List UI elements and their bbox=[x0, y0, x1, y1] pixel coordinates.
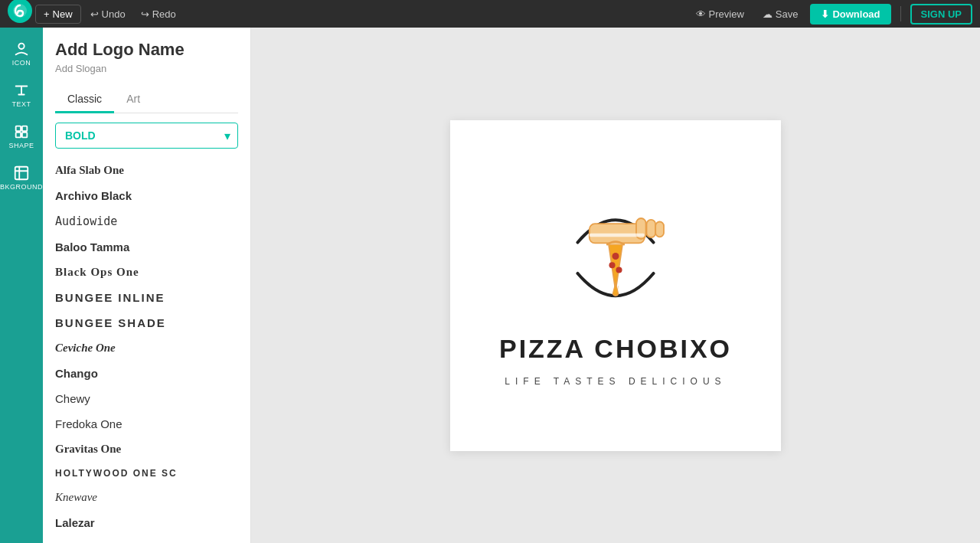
plus-icon: + bbox=[44, 8, 50, 20]
canvas-card[interactable]: PIZZA CHOBIXO LIFE TASTES DELICIOUS bbox=[450, 120, 781, 451]
redo-label: Redo bbox=[152, 8, 176, 20]
font-item-black-ops-one[interactable]: Black Ops One bbox=[55, 260, 238, 285]
font-style-dropdown-wrapper: BOLD THIN ITALIC ▾ bbox=[55, 123, 238, 149]
font-item-archivo-black[interactable]: Archivo Black bbox=[55, 183, 238, 208]
canvas-area: PIZZA CHOBIXO LIFE TASTES DELICIOUS bbox=[251, 28, 980, 543]
signup-button[interactable]: SIGN UP bbox=[910, 4, 972, 25]
sidebar-item-icon[interactable]: ICON bbox=[3, 34, 40, 74]
font-item-knewave[interactable]: Knewave bbox=[55, 485, 238, 510]
download-label: Download bbox=[832, 8, 880, 20]
tabs: Classic Art bbox=[55, 87, 238, 113]
font-item-baloo-tamma[interactable]: Baloo Tamma bbox=[55, 234, 238, 260]
font-style-dropdown[interactable]: BOLD THIN ITALIC bbox=[55, 123, 238, 149]
save-label: Save bbox=[776, 8, 799, 20]
font-item-fredoka-one[interactable]: Fredoka One bbox=[55, 411, 238, 437]
eye-icon: 👁 bbox=[696, 8, 706, 20]
font-item-gravitas-one[interactable]: Gravitas One bbox=[55, 437, 238, 462]
svg-point-1 bbox=[18, 44, 24, 49]
font-item-alfa-slab-one[interactable]: Alfa Slab One bbox=[55, 158, 238, 183]
font-item-bungee-inline[interactable]: BUNGEE INLINE bbox=[55, 285, 238, 310]
panel-header: Add Logo Name Add Slogan bbox=[43, 28, 250, 80]
panel-subtitle: Add Slogan bbox=[55, 63, 238, 74]
font-item-chango[interactable]: Chango bbox=[55, 361, 238, 386]
font-item-bungee-shade[interactable]: BUNGEE SHADE bbox=[55, 310, 238, 335]
font-item-lalezar[interactable]: Lalezar bbox=[55, 510, 238, 535]
svg-rect-9 bbox=[646, 220, 655, 237]
font-item-chewy[interactable]: Chewy bbox=[55, 386, 238, 411]
redo-button[interactable]: ↪ Redo bbox=[135, 5, 182, 23]
dropdown-container: BOLD THIN ITALIC ▾ bbox=[43, 113, 250, 158]
sidebar-item-shape[interactable]: SHAPE bbox=[3, 116, 40, 156]
toolbar-divider bbox=[900, 6, 901, 21]
tab-art[interactable]: Art bbox=[114, 87, 152, 113]
sidebar-icon-label: ICON bbox=[12, 59, 31, 67]
font-list: Alfa Slab OneArchivo BlackAudiowideBaloo… bbox=[43, 158, 250, 543]
font-item-holtywood-one-sc[interactable]: HOLTYWOOD ONE SC bbox=[55, 462, 238, 485]
svg-rect-6 bbox=[15, 167, 28, 180]
preview-button[interactable]: 👁 Preview bbox=[690, 5, 750, 23]
undo-button[interactable]: ↩ Undo bbox=[84, 5, 132, 23]
sidebar-text-label: TEXT bbox=[11, 100, 31, 108]
sidebar-background-label: BKGROUND bbox=[0, 183, 43, 191]
undo-icon: ↩ bbox=[90, 8, 99, 20]
icon-sidebar: ICON TEXT SHAPE BKGROUND bbox=[0, 28, 43, 543]
sidebar-item-text[interactable]: TEXT bbox=[3, 75, 40, 115]
svg-rect-5 bbox=[22, 132, 27, 137]
download-button[interactable]: ⬇ Download bbox=[810, 4, 890, 25]
undo-label: Undo bbox=[102, 8, 126, 20]
tab-classic[interactable]: Classic bbox=[55, 87, 114, 113]
app-logo[interactable] bbox=[8, 0, 32, 23]
left-panel: Add Logo Name Add Slogan Classic Art BOL… bbox=[43, 28, 251, 543]
svg-rect-2 bbox=[16, 126, 21, 131]
main-layout: ICON TEXT SHAPE BKGROUND Add Logo Name A… bbox=[0, 28, 980, 543]
new-label: New bbox=[53, 8, 73, 20]
logo-slogan-text: LIFE TASTES DELICIOUS bbox=[505, 376, 726, 387]
svg-rect-3 bbox=[22, 126, 27, 131]
sidebar-item-background[interactable]: BKGROUND bbox=[3, 158, 40, 198]
toolbar-right: 👁 Preview ☁ Save ⬇ Download SIGN UP bbox=[690, 4, 972, 25]
save-icon: ☁ bbox=[763, 8, 773, 20]
svg-point-12 bbox=[612, 253, 619, 260]
font-item-lily-script-one[interactable]: Lily Script One bbox=[55, 535, 238, 543]
logo-area: PIZZA CHOBIXO LIFE TASTES DELICIOUS bbox=[499, 184, 732, 387]
sidebar-shape-label: SHAPE bbox=[8, 142, 34, 149]
panel-title: Add Logo Name bbox=[55, 40, 238, 60]
svg-rect-11 bbox=[590, 234, 645, 237]
font-item-audiowide[interactable]: Audiowide bbox=[55, 208, 238, 234]
svg-rect-4 bbox=[16, 132, 21, 137]
toolbar: + New ↩ Undo ↪ Redo 👁 Preview ☁ Save ⬇ D… bbox=[0, 0, 980, 28]
svg-point-14 bbox=[616, 267, 622, 273]
logo-name-text: PIZZA CHOBIXO bbox=[499, 334, 732, 364]
svg-rect-10 bbox=[655, 222, 664, 237]
font-item-ceviche-one[interactable]: Ceviche One bbox=[55, 335, 238, 361]
redo-icon: ↪ bbox=[141, 8, 149, 20]
save-button[interactable]: ☁ Save bbox=[756, 5, 805, 23]
download-icon: ⬇ bbox=[821, 8, 829, 20]
new-button[interactable]: + New bbox=[35, 5, 81, 24]
pizza-logo-icon bbox=[547, 184, 684, 322]
preview-label: Preview bbox=[709, 8, 744, 20]
svg-point-13 bbox=[609, 262, 615, 268]
